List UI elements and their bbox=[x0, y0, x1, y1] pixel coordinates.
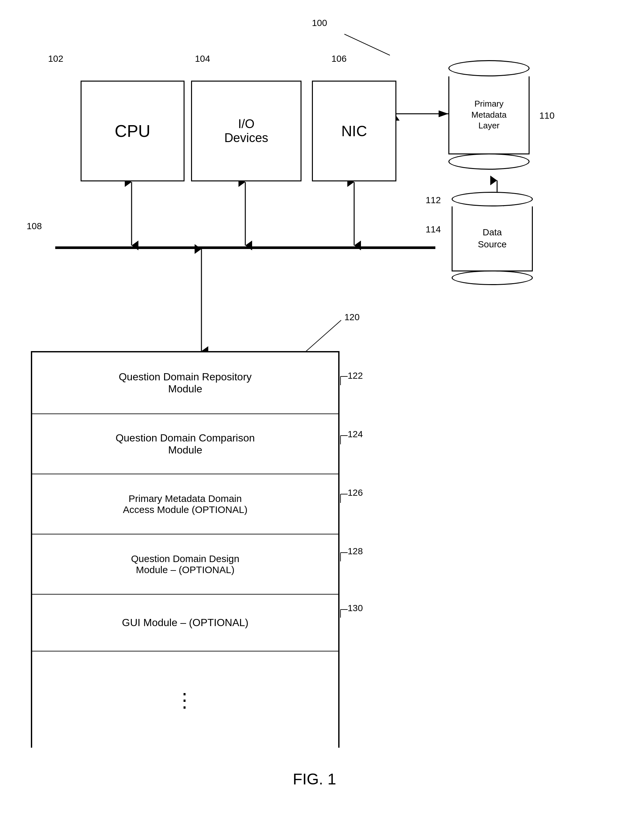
fig-label: FIG. 1 bbox=[0, 770, 629, 788]
ref-122: 122 bbox=[348, 371, 363, 381]
ref-124: 124 bbox=[348, 429, 363, 439]
ref-110: 110 bbox=[539, 111, 555, 121]
nic-box: NIC bbox=[312, 81, 396, 182]
io-label: I/O Devices bbox=[224, 117, 268, 145]
ref-102: 102 bbox=[48, 54, 63, 64]
data-source-cylinder: DataSource bbox=[452, 192, 533, 285]
module-3-label: Primary Metadata DomainAccess Module (OP… bbox=[123, 493, 247, 515]
module-3-box: Primary Metadata DomainAccess Module (OP… bbox=[32, 474, 338, 534]
module-4-box: Question Domain DesignModule – (OPTIONAL… bbox=[32, 534, 338, 595]
primary-metadata-label: PrimaryMetadataLayer bbox=[471, 98, 506, 131]
module-2-box: Question Domain ComparisonModule bbox=[32, 414, 338, 474]
ref-126: 126 bbox=[348, 488, 363, 498]
system-120: Question Domain RepositoryModule Questio… bbox=[31, 351, 339, 748]
module-6-box: ⋮ bbox=[32, 651, 338, 749]
diagram-container: 100 102 104 106 CPU I/O Devices NIC Prim… bbox=[0, 0, 629, 840]
data-source-label: DataSource bbox=[478, 227, 507, 250]
ref-104: 104 bbox=[195, 54, 210, 64]
module-1-label: Question Domain RepositoryModule bbox=[118, 371, 251, 395]
svg-line-4 bbox=[344, 34, 390, 55]
module-4-label: Question Domain DesignModule – (OPTIONAL… bbox=[131, 553, 240, 575]
nic-label: NIC bbox=[341, 122, 367, 140]
module-1-box: Question Domain RepositoryModule bbox=[32, 352, 338, 414]
ref-128: 128 bbox=[348, 546, 363, 557]
module-6-label: ⋮ bbox=[175, 689, 195, 712]
ref-100: 100 bbox=[312, 18, 327, 28]
cpu-label: CPU bbox=[115, 121, 150, 141]
ref-114: 114 bbox=[426, 224, 441, 235]
module-2-label: Question Domain ComparisonModule bbox=[116, 432, 255, 456]
module-5-box: GUI Module – (OPTIONAL) bbox=[32, 595, 338, 651]
ref-108: 108 bbox=[27, 221, 42, 231]
io-box: I/O Devices bbox=[191, 81, 301, 182]
primary-metadata-cylinder: PrimaryMetadataLayer bbox=[448, 60, 530, 170]
cpu-box: CPU bbox=[80, 81, 184, 182]
ref-106: 106 bbox=[331, 54, 347, 64]
ref-130: 130 bbox=[348, 603, 363, 613]
ref-112: 112 bbox=[426, 195, 441, 205]
ref-120: 120 bbox=[344, 312, 359, 322]
module-5-label: GUI Module – (OPTIONAL) bbox=[122, 617, 248, 629]
